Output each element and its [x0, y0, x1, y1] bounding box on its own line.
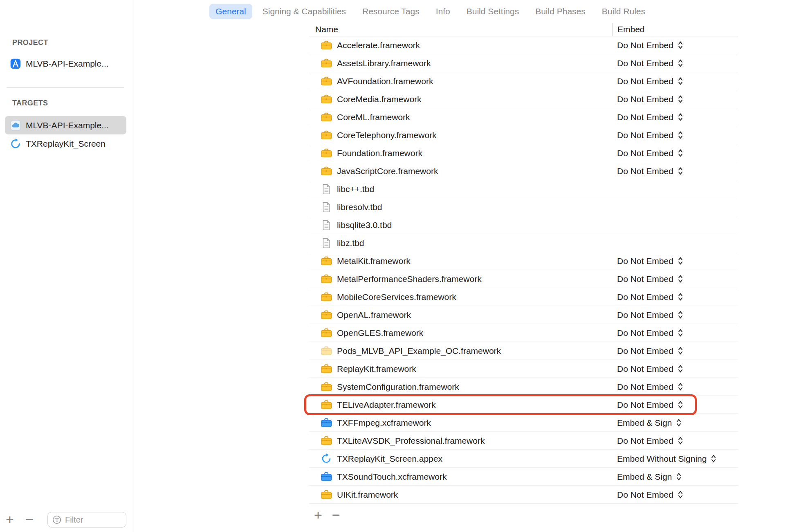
embed-dropdown[interactable]: Do Not Embed — [617, 54, 684, 72]
embed-dropdown[interactable]: Do Not Embed — [617, 306, 684, 324]
sidebar: PROJECT MLVB-API-Example... TARGETS MLVB… — [0, 0, 131, 532]
embed-dropdown[interactable]: Do Not Embed — [617, 126, 684, 144]
tbd-icon — [321, 219, 332, 230]
embed-dropdown[interactable]: Do Not Embed — [617, 378, 684, 396]
framework-icon — [321, 489, 332, 500]
table-row[interactable]: libz.tbd — [309, 234, 738, 252]
embed-dropdown[interactable]: Do Not Embed — [617, 360, 684, 378]
embed-dropdown[interactable]: Do Not Embed — [617, 90, 684, 108]
filter-field[interactable] — [47, 512, 126, 528]
embed-value: Do Not Embed — [617, 274, 673, 284]
tab-general[interactable]: General — [209, 4, 252, 19]
embed-dropdown[interactable]: Do Not Embed — [617, 396, 684, 414]
column-header-name: Name — [315, 23, 338, 36]
framework-icon — [321, 381, 332, 392]
table-row[interactable]: OpenGLES.frameworkDo Not Embed — [309, 324, 738, 342]
stepper-icon — [676, 418, 682, 428]
stepper-icon — [677, 490, 684, 500]
tab-build-phases[interactable]: Build Phases — [529, 4, 592, 19]
table-row[interactable]: SystemConfiguration.frameworkDo Not Embe… — [309, 378, 738, 396]
table-row[interactable]: CoreTelephony.frameworkDo Not Embed — [309, 126, 738, 144]
embed-value: Do Not Embed — [617, 400, 673, 410]
table-row[interactable]: OpenAL.frameworkDo Not Embed — [309, 306, 738, 324]
embed-value: Do Not Embed — [617, 148, 673, 158]
project-item-label: MLVB-API-Example... — [26, 59, 109, 69]
table-row[interactable]: TXSoundTouch.xcframeworkEmbed & Sign — [309, 468, 738, 486]
embed-dropdown[interactable]: Do Not Embed — [617, 324, 684, 342]
table-row[interactable]: MetalPerformanceShaders.frameworkDo Not … — [309, 270, 738, 288]
embed-dropdown[interactable]: Do Not Embed — [617, 342, 684, 360]
stepper-icon — [677, 382, 684, 392]
embed-dropdown[interactable]: Embed & Sign — [617, 414, 682, 431]
framework-icon — [321, 327, 332, 338]
table-row[interactable]: AssetsLibrary.frameworkDo Not Embed — [309, 54, 738, 72]
table-row[interactable]: CoreMedia.frameworkDo Not Embed — [309, 90, 738, 108]
stepper-icon — [677, 400, 684, 410]
table-row[interactable]: Accelerate.frameworkDo Not Embed — [309, 36, 738, 54]
embed-dropdown[interactable]: Do Not Embed — [617, 162, 684, 180]
stepper-icon — [677, 40, 684, 50]
table-row[interactable]: AVFoundation.frameworkDo Not Embed — [309, 72, 738, 90]
remove-framework-button[interactable]: − — [332, 507, 340, 523]
filter-input[interactable] — [65, 515, 122, 525]
stepper-icon — [677, 364, 684, 374]
embed-dropdown[interactable]: Do Not Embed — [617, 144, 684, 162]
embed-dropdown[interactable]: Do Not Embed — [617, 72, 684, 90]
tab-info[interactable]: Info — [430, 4, 456, 19]
table-row[interactable]: MobileCoreServices.frameworkDo Not Embed — [309, 288, 738, 306]
table-row[interactable]: TXLiteAVSDK_Professional.frameworkDo Not… — [309, 432, 738, 450]
framework-name: OpenGLES.framework — [337, 328, 423, 338]
target-label: TXReplayKit_Screen — [26, 139, 105, 149]
table-row[interactable]: libresolv.tbd — [309, 198, 738, 216]
embed-dropdown[interactable]: Do Not Embed — [617, 288, 684, 306]
framework-icon — [321, 399, 332, 410]
tab-build-rules[interactable]: Build Rules — [596, 4, 651, 19]
framework-name: TELiveAdapter.framework — [337, 400, 436, 410]
embed-dropdown[interactable]: Do Not Embed — [617, 432, 684, 449]
table-row[interactable]: Pods_MLVB_API_Example_OC.frameworkDo Not… — [309, 342, 738, 360]
embed-dropdown[interactable]: Do Not Embed — [617, 486, 684, 503]
embed-dropdown[interactable]: Do Not Embed — [617, 252, 684, 270]
tab-signing-capabilities[interactable]: Signing & Capabilities — [256, 4, 352, 19]
table-row[interactable]: TXFFmpeg.xcframeworkEmbed & Sign — [309, 414, 738, 432]
table-row[interactable]: UIKit.frameworkDo Not Embed — [309, 486, 738, 504]
embed-dropdown[interactable]: Do Not Embed — [617, 270, 684, 288]
table-row[interactable]: libsqlite3.0.tbd — [309, 216, 738, 234]
column-header-embed: Embed — [612, 23, 738, 36]
table-row[interactable]: ReplayKit.frameworkDo Not Embed — [309, 360, 738, 378]
embed-value: Do Not Embed — [617, 328, 673, 338]
stepper-icon — [677, 112, 684, 122]
project-item[interactable]: MLVB-API-Example... — [10, 58, 109, 69]
table-row[interactable]: libc++.tbd — [309, 180, 738, 198]
framework-name: CoreTelephony.framework — [337, 130, 437, 140]
framework-icon — [321, 130, 332, 141]
table-row[interactable]: JavaScriptCore.frameworkDo Not Embed — [309, 162, 738, 180]
tab-build-settings[interactable]: Build Settings — [460, 4, 525, 19]
tbd-icon — [321, 201, 332, 212]
stepper-icon — [677, 58, 684, 68]
remove-target-button[interactable]: − — [25, 511, 34, 528]
tab-resource-tags[interactable]: Resource Tags — [356, 4, 426, 19]
tbd-icon — [321, 183, 332, 194]
embed-dropdown[interactable]: Embed Without Signing — [617, 450, 717, 467]
table-row[interactable]: CoreML.frameworkDo Not Embed — [309, 108, 738, 126]
table-row[interactable]: TXReplayKit_Screen.appexEmbed Without Si… — [309, 450, 738, 468]
framework-icon — [321, 309, 332, 320]
embed-dropdown[interactable]: Do Not Embed — [617, 36, 684, 54]
stepper-icon — [677, 76, 684, 86]
table-row[interactable]: MetalKit.frameworkDo Not Embed — [309, 252, 738, 270]
stepper-icon — [677, 292, 684, 302]
add-framework-button[interactable]: + — [314, 507, 322, 523]
project-section-header: PROJECT — [12, 38, 48, 47]
sidebar-target-mlvb-api-example-[interactable]: MLVB-API-Example... — [5, 116, 126, 134]
add-target-button[interactable]: + — [6, 511, 14, 528]
tbd-icon — [321, 237, 332, 248]
sidebar-target-txreplaykit-screen[interactable]: TXReplayKit_Screen — [5, 134, 126, 153]
embed-dropdown[interactable]: Embed & Sign — [617, 468, 682, 485]
table-row[interactable]: Foundation.frameworkDo Not Embed — [309, 144, 738, 162]
embed-dropdown[interactable]: Do Not Embed — [617, 108, 684, 126]
framework-icon — [321, 363, 332, 374]
table-row[interactable]: TELiveAdapter.frameworkDo Not Embed — [309, 396, 738, 414]
targets-section-header: TARGETS — [12, 99, 48, 107]
embed-value: Do Not Embed — [617, 346, 673, 356]
